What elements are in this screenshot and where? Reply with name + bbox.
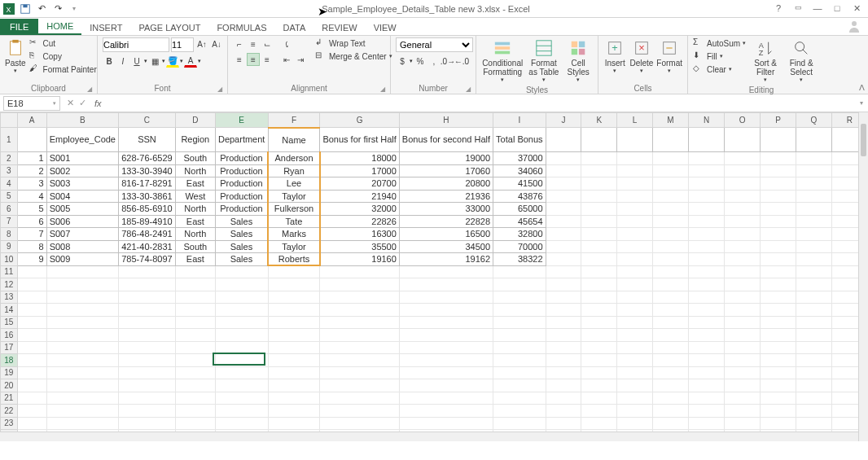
cell-styles-button[interactable]: Cell Styles▾ [563,37,593,85]
cell[interactable] [175,405,215,418]
cell[interactable] [761,291,796,304]
align-left-button[interactable]: ≡ [233,53,246,66]
cell[interactable] [581,417,617,430]
cell[interactable]: 38322 [493,253,546,266]
increase-font-icon[interactable]: A↑ [195,37,208,50]
cell[interactable] [617,215,653,228]
increase-decimal-button[interactable]: .0→ [441,55,454,68]
cell[interactable] [119,354,176,367]
cell[interactable] [175,354,215,367]
cell[interactable]: 8 [17,240,46,253]
cell[interactable] [175,379,215,392]
cell[interactable] [761,253,796,266]
column-header[interactable]: G [320,113,399,128]
cell[interactable] [581,366,617,379]
cell[interactable]: 16500 [399,228,493,241]
cell[interactable] [652,128,688,152]
align-middle-button[interactable]: ≡ [247,37,260,50]
column-header[interactable]: I [493,113,546,128]
cell[interactable] [689,392,725,405]
cell[interactable] [689,128,725,152]
cell[interactable] [761,215,796,228]
cell[interactable] [17,329,46,342]
cell[interactable] [761,177,796,191]
cell[interactable] [581,379,617,392]
cell[interactable] [399,316,493,329]
decrease-font-icon[interactable]: A↓ [210,37,223,50]
cell[interactable] [119,392,176,405]
cell[interactable] [689,190,725,203]
cell[interactable] [493,379,546,392]
cell[interactable] [689,405,725,418]
cell[interactable] [617,379,653,392]
cell[interactable]: North [175,164,215,177]
cell[interactable]: 6 [17,215,46,228]
cell[interactable] [689,341,725,354]
row-header[interactable]: 7 [1,215,18,228]
fx-icon[interactable]: fx [90,99,107,108]
row-header[interactable]: 1 [1,128,18,152]
cell[interactable] [725,215,761,228]
cell[interactable] [796,341,831,354]
cell[interactable] [268,278,320,291]
cell[interactable] [320,278,399,291]
cell[interactable] [17,379,46,392]
format-cells-button[interactable]: Format▾ [656,37,682,76]
cell[interactable] [119,265,176,278]
cell[interactable] [215,405,268,418]
cell[interactable] [725,354,761,367]
increase-indent-button[interactable]: ⇥ [294,53,307,66]
cell[interactable] [320,265,399,278]
cell[interactable] [617,304,653,317]
cell[interactable] [652,405,688,418]
cell[interactable] [725,190,761,203]
find-select-button[interactable]: Find & Select▾ [785,37,818,85]
cell[interactable] [46,366,118,379]
cell[interactable] [268,341,320,354]
cell[interactable] [689,379,725,392]
cell[interactable] [399,278,493,291]
cell[interactable]: Taylor [268,190,320,203]
cell[interactable] [652,152,688,165]
user-account-icon[interactable] [840,19,868,35]
cell[interactable] [652,253,688,266]
cell[interactable] [689,152,725,165]
cell[interactable]: East [175,253,215,266]
cell[interactable] [617,240,653,253]
cell[interactable] [796,152,831,165]
cell[interactable] [761,265,796,278]
launcher-icon[interactable]: ◢ [380,85,385,93]
row-header[interactable]: 21 [1,392,18,405]
cell[interactable] [215,329,268,342]
cell[interactable] [493,316,546,329]
cell[interactable] [493,329,546,342]
cell[interactable]: Name [268,128,320,152]
cell[interactable] [399,341,493,354]
tab-home[interactable]: HOME [38,19,81,35]
cell[interactable] [215,291,268,304]
cell[interactable] [796,278,831,291]
row-header[interactable]: 12 [1,278,18,291]
cell[interactable]: Region [175,128,215,152]
row-header[interactable]: 9 [1,240,18,253]
merge-center-button[interactable]: ⊟Merge & Center ▾ [315,50,392,62]
cell[interactable]: 816-17-8291 [119,177,176,191]
cell[interactable] [617,228,653,241]
cell[interactable] [796,215,831,228]
cell[interactable] [399,329,493,342]
cell[interactable] [761,354,796,367]
column-header[interactable] [1,113,18,128]
cell[interactable] [268,354,320,367]
cell[interactable] [617,316,653,329]
cell[interactable]: SSN [119,128,176,152]
cell[interactable] [652,316,688,329]
cell[interactable]: 3 [17,177,46,191]
cell[interactable]: 19000 [399,152,493,165]
cell[interactable] [119,316,176,329]
cell[interactable]: 21936 [399,190,493,203]
cell[interactable] [320,341,399,354]
cell[interactable] [581,278,617,291]
cell[interactable] [119,366,176,379]
cell[interactable] [617,253,653,266]
cell[interactable] [399,265,493,278]
